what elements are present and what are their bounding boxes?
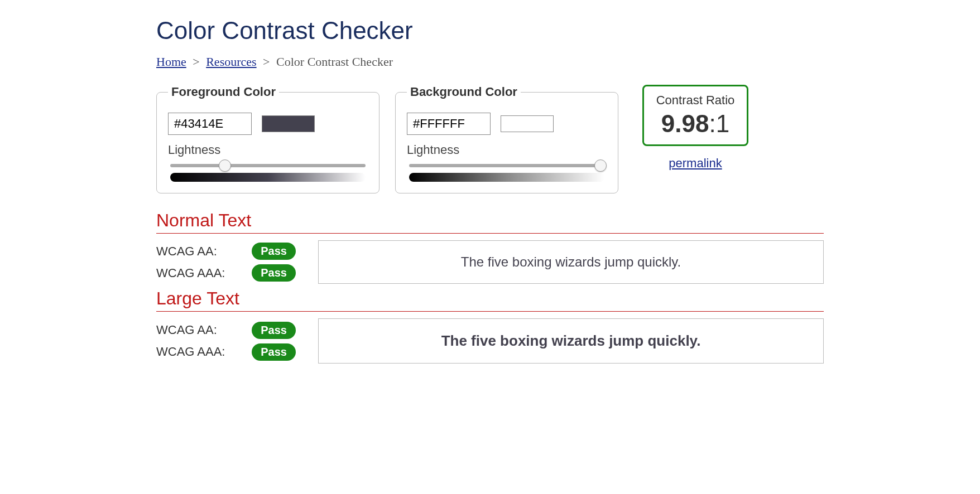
background-swatch[interactable] bbox=[501, 115, 554, 132]
breadcrumb-sep: > bbox=[193, 55, 199, 69]
large-text-heading: Large Text bbox=[156, 288, 824, 312]
contrast-ratio-box: Contrast Ratio 9.98:1 bbox=[642, 85, 749, 146]
background-lightness-label: Lightness bbox=[407, 143, 607, 157]
normal-text-sample: The five boxing wizards jump quickly. bbox=[318, 240, 824, 284]
background-hex-input[interactable] bbox=[407, 113, 491, 135]
background-gradient-bar bbox=[409, 173, 604, 182]
contrast-ratio-value: 9.98:1 bbox=[656, 110, 735, 138]
foreground-lightness-label: Lightness bbox=[168, 143, 368, 157]
breadcrumb-resources-link[interactable]: Resources bbox=[206, 55, 256, 69]
large-aaa-label: WCAG AAA: bbox=[156, 345, 225, 359]
breadcrumb-current: Color Contrast Checker bbox=[276, 55, 393, 69]
normal-aa-label: WCAG AA: bbox=[156, 244, 217, 259]
background-lightness-slider[interactable] bbox=[409, 164, 604, 167]
large-aaa-badge: Pass bbox=[252, 343, 296, 361]
breadcrumb-sep: > bbox=[263, 55, 270, 69]
foreground-fieldset: Foreground Color Lightness bbox=[156, 85, 379, 193]
background-fieldset: Background Color Lightness bbox=[395, 85, 618, 193]
contrast-ratio-label: Contrast Ratio bbox=[656, 93, 735, 108]
background-legend: Background Color bbox=[407, 85, 521, 99]
foreground-gradient-bar bbox=[170, 173, 366, 182]
large-aa-label: WCAG AA: bbox=[156, 323, 217, 337]
breadcrumb-home-link[interactable]: Home bbox=[156, 55, 186, 69]
large-text-sample: The five boxing wizards jump quickly. bbox=[318, 318, 824, 364]
large-aa-badge: Pass bbox=[252, 322, 296, 339]
normal-aa-badge: Pass bbox=[252, 243, 296, 260]
foreground-legend: Foreground Color bbox=[168, 85, 279, 99]
slider-thumb[interactable] bbox=[219, 159, 231, 172]
slider-thumb[interactable] bbox=[594, 159, 607, 172]
normal-text-heading: Normal Text bbox=[156, 210, 824, 234]
foreground-hex-input[interactable] bbox=[168, 113, 252, 135]
foreground-swatch[interactable] bbox=[262, 115, 315, 132]
permalink-link[interactable]: permalink bbox=[669, 156, 722, 171]
foreground-lightness-slider[interactable] bbox=[170, 164, 366, 167]
breadcrumb: Home > Resources > Color Contrast Checke… bbox=[156, 55, 824, 69]
page-title: Color Contrast Checker bbox=[156, 17, 824, 45]
normal-aaa-label: WCAG AAA: bbox=[156, 266, 225, 280]
normal-aaa-badge: Pass bbox=[252, 264, 296, 282]
